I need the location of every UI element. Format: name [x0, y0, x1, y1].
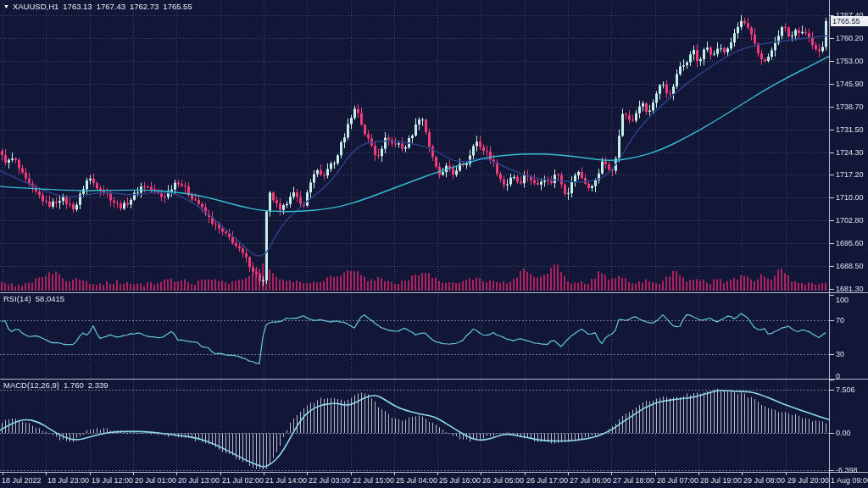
chart-canvas[interactable]	[0, 0, 868, 488]
macd-tick-label: 0.00	[836, 429, 851, 437]
time-axis-label: 21 Jul 14:00	[265, 476, 307, 485]
time-axis-label: 18 Jul 2022	[2, 476, 42, 485]
time-axis-label: 25 Jul 04:00	[396, 476, 437, 485]
price-tick-label: 1702.80	[836, 216, 864, 225]
macd-signal-value: 2.339	[88, 380, 108, 390]
rsi-pane-header: RSI(14)58.0415	[3, 295, 69, 303]
rsi-tick-label: 70	[836, 316, 844, 324]
price-tick-label: 1760.20	[836, 34, 864, 42]
price-tick-label: 1724.30	[836, 148, 864, 157]
symbol-dropdown-icon[interactable]: ▼	[3, 3, 9, 9]
trading-terminal-chart-window: ▼XAUUSD,H11763.131767.431762.731765.55 R…	[0, 0, 868, 488]
price-tick-label: 1731.50	[836, 125, 864, 134]
rsi-tick-label: 0	[836, 372, 840, 380]
time-axis-label: 29 Jul 20:00	[787, 476, 829, 485]
rsi-tick-label: 100	[836, 296, 849, 304]
macd-main-value: 1.760	[64, 380, 84, 390]
price-tick-label: 1753.00	[836, 57, 864, 65]
price-tick-label: 1738.70	[836, 103, 864, 111]
ohlc-high-value: 1767.43	[97, 2, 125, 11]
time-axis-label: 21 Jul 02:00	[222, 476, 264, 485]
ohlc-low-value: 1762.73	[130, 2, 159, 11]
time-axis-label: 26 Jul 17:00	[526, 476, 568, 485]
macd-indicator-label: MACD(12,26,9)	[3, 380, 59, 390]
price-tick-label: 1695.60	[836, 239, 864, 247]
rsi-current-value: 58.0415	[36, 294, 64, 303]
ohlc-open-value: 1763.13	[63, 2, 92, 11]
time-axis-label: 29 Jul 08:00	[743, 476, 785, 485]
price-tick-label: 1717.20	[836, 170, 864, 179]
time-axis-label: 22 Jul 03:00	[309, 476, 350, 485]
price-tick-label: 1745.90	[836, 80, 864, 88]
time-axis-label: 18 Jul 23:00	[47, 476, 89, 485]
rsi-tick-label: 30	[836, 350, 844, 358]
time-axis-label: 1 Aug 09:00	[831, 476, 868, 485]
macd-tick-label: 7.506	[836, 385, 855, 394]
time-axis-label: 22 Jul 15:00	[353, 476, 394, 485]
symbol-label: XAUUSD,H1	[13, 2, 58, 11]
macd-pane-header: MACD(12,26,9)1.7602.339	[3, 381, 113, 390]
time-axis-label: 20 Jul 13:00	[178, 476, 220, 485]
time-axis-label: 28 Jul 07:00	[657, 476, 698, 485]
macd-tick-label: -6.398	[836, 466, 858, 474]
time-axis-label: 27 Jul 18:00	[613, 476, 654, 485]
rsi-indicator-label: RSI(14)	[3, 294, 31, 303]
time-axis-label: 28 Jul 19:00	[700, 476, 742, 485]
time-axis-label: 26 Jul 05:00	[482, 476, 524, 485]
price-tick-label: 1710.00	[836, 193, 864, 202]
current-price-marker: 1765.55	[831, 16, 868, 26]
price-tick-label: 1681.30	[836, 285, 864, 293]
time-axis-label: 25 Jul 16:00	[439, 476, 481, 485]
symbol-ohlc-header: ▼XAUUSD,H11763.131767.431762.731765.55	[3, 3, 197, 12]
time-axis-label: 20 Jul 01:00	[135, 476, 176, 485]
price-tick-label: 1688.50	[836, 262, 864, 270]
time-axis-label: 27 Jul 06:00	[570, 476, 611, 485]
time-axis-label: 19 Jul 12:00	[92, 476, 133, 485]
ohlc-close-value: 1765.55	[163, 2, 192, 11]
